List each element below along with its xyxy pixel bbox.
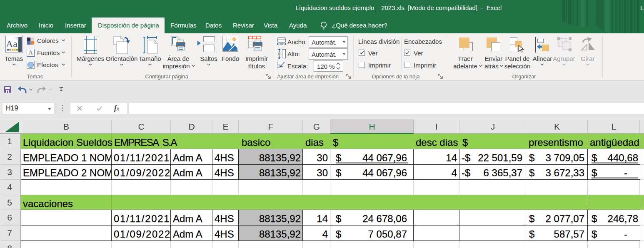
svg-text:A: A	[28, 49, 33, 56]
svg-text:Aa: Aa	[6, 38, 17, 49]
